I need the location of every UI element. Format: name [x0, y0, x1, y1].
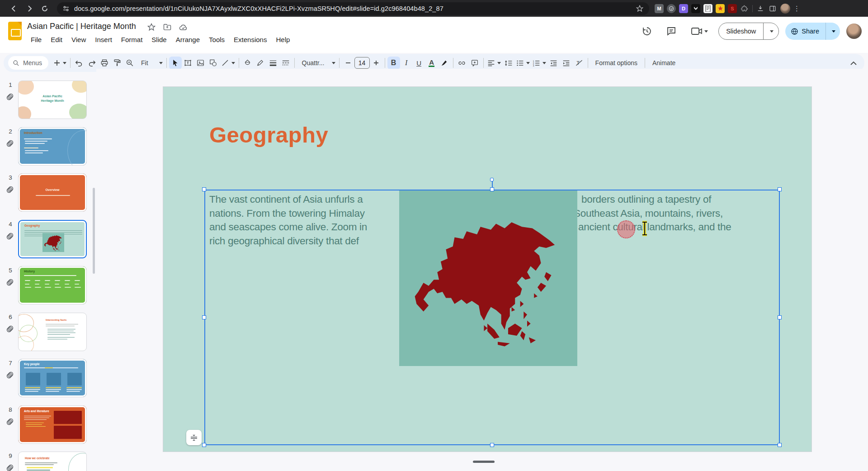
text-color-button[interactable]: A — [425, 57, 438, 69]
filmstrip-scrollbar[interactable] — [93, 188, 95, 274]
text-box-tool[interactable] — [182, 57, 194, 69]
slide-thumbnail-9[interactable]: How we celebrate — [18, 452, 87, 471]
menu-edit[interactable]: Edit — [47, 35, 66, 44]
ext-list-icon[interactable] — [703, 4, 712, 13]
handle-bottom-center[interactable] — [490, 443, 494, 447]
print-button[interactable] — [98, 57, 111, 69]
line-spacing-button[interactable] — [502, 57, 515, 69]
slideshow-button[interactable]: Slideshow — [718, 23, 779, 40]
handle-top-left[interactable] — [202, 187, 206, 191]
ext-dark-icon[interactable] — [691, 4, 700, 13]
slide-thumbnail-5[interactable]: History — [18, 266, 87, 304]
decrease-indent-button[interactable] — [547, 57, 560, 69]
reload-icon[interactable] — [37, 2, 52, 15]
border-weight-tool[interactable] — [267, 57, 279, 69]
extensions-puzzle-icon[interactable] — [740, 4, 749, 13]
underline-button[interactable]: U — [413, 57, 425, 69]
share-dropdown[interactable] — [826, 23, 840, 40]
menu-file[interactable]: File — [27, 35, 45, 44]
menu-view[interactable]: View — [68, 35, 90, 44]
undo-button[interactable] — [73, 57, 85, 69]
slideshow-dropdown[interactable] — [763, 23, 778, 39]
menu-insert[interactable]: Insert — [91, 35, 116, 44]
redo-button[interactable] — [85, 57, 98, 69]
bookmark-star-icon[interactable] — [636, 5, 644, 13]
menu-extensions[interactable]: Extensions — [230, 35, 270, 44]
account-avatar[interactable] — [846, 24, 862, 39]
side-panel-icon[interactable] — [768, 4, 777, 13]
slide-thumbnail-4[interactable]: Geography — [18, 220, 87, 258]
italic-button[interactable]: I — [400, 57, 413, 69]
hide-menus-button[interactable] — [847, 57, 860, 69]
bulleted-list-button[interactable] — [515, 57, 531, 69]
menu-tools[interactable]: Tools — [205, 35, 228, 44]
speaker-notes-resize-handle[interactable] — [473, 461, 495, 463]
menus-search[interactable]: Menus — [8, 56, 48, 70]
handle-mid-left[interactable] — [202, 315, 206, 319]
browser-menu-icon[interactable]: ⋮ — [793, 5, 801, 13]
body-line-right[interactable]: ancient cultural landmarks, and the — [578, 221, 731, 233]
border-dash-tool[interactable] — [279, 57, 292, 69]
menu-help[interactable]: Help — [272, 35, 293, 44]
font-size-increase[interactable] — [370, 57, 382, 69]
slides-logo[interactable] — [8, 22, 22, 40]
rotation-handle[interactable] — [490, 178, 494, 181]
menu-arrange[interactable]: Arrange — [172, 35, 203, 44]
border-color-tool[interactable] — [254, 57, 267, 69]
font-family-select[interactable]: Quattr... — [297, 57, 337, 69]
font-size-field[interactable]: 14 — [354, 57, 370, 69]
site-settings-icon[interactable] — [62, 5, 70, 12]
handle-top-right[interactable] — [778, 187, 782, 191]
insert-image-tool[interactable] — [194, 57, 207, 69]
comments-icon[interactable] — [662, 22, 680, 40]
move-folder-icon[interactable] — [163, 23, 172, 33]
body-line-left[interactable]: The vast continent of Asia unfurls a — [209, 194, 363, 205]
address-bar[interactable]: docs.google.com/presentation/d/1nCiUukoN… — [57, 2, 649, 15]
handle-bottom-right[interactable] — [778, 443, 782, 447]
version-history-icon[interactable] — [638, 22, 656, 40]
insert-link-button[interactable] — [456, 57, 468, 69]
bold-button[interactable]: B — [387, 57, 400, 69]
slide-title-text[interactable]: Geography — [209, 122, 328, 147]
handle-top-center[interactable] — [490, 187, 494, 191]
slide-thumbnail-8[interactable]: Arts and literature — [18, 405, 87, 444]
cloud-saved-icon[interactable] — [179, 23, 188, 34]
browser-avatar[interactable] — [780, 4, 790, 14]
body-line-left[interactable]: nations. From the towering Himalay — [209, 208, 365, 219]
share-label[interactable]: Share — [802, 28, 819, 35]
fill-color-tool[interactable] — [241, 57, 254, 69]
slide-thumbnail-1[interactable]: Asian PacificHeritage Month — [18, 81, 87, 119]
numbered-list-button[interactable]: 123 — [531, 57, 547, 69]
body-line-right[interactable]: borders outlining a tapestry of — [581, 194, 711, 205]
menu-slide[interactable]: Slide — [148, 35, 170, 44]
meet-icon[interactable] — [687, 22, 712, 40]
slide-canvas[interactable]: Geography The vast continent of Asia unf… — [163, 86, 812, 452]
autofit-indicator-button[interactable] — [186, 430, 202, 445]
share-button[interactable]: Share — [785, 23, 840, 40]
insert-line-tool[interactable] — [220, 57, 236, 69]
handle-mid-right[interactable] — [778, 315, 782, 319]
zoom-select[interactable]: Fit — [136, 57, 164, 69]
insert-plus-button[interactable] — [52, 57, 68, 69]
body-line-left[interactable]: and seascapes come alive. Zoom in — [209, 221, 367, 233]
format-options-button[interactable]: Format options — [590, 57, 642, 69]
font-size-decrease[interactable] — [342, 57, 354, 69]
select-tool[interactable] — [169, 57, 182, 69]
downloads-icon[interactable] — [756, 4, 765, 13]
body-line-left[interactable]: rich geographical diversity that def — [209, 235, 359, 247]
forward-icon[interactable] — [22, 2, 37, 15]
clear-formatting-button[interactable]: T — [573, 57, 585, 69]
insert-shape-tool[interactable] — [207, 57, 220, 69]
highlight-color-button[interactable] — [438, 57, 451, 69]
slide-thumbnail-2[interactable]: Introduction — [18, 127, 87, 166]
ext-circle-icon[interactable] — [667, 4, 676, 13]
ext-m-icon[interactable]: M — [655, 4, 664, 13]
slideshow-label[interactable]: Slideshow — [719, 23, 763, 39]
animate-button[interactable]: Animate — [647, 57, 680, 69]
zoom-button[interactable] — [123, 57, 136, 69]
slide-thumbnail-7[interactable]: Key people — [18, 359, 87, 397]
add-comment-button[interactable] — [468, 57, 481, 69]
increase-indent-button[interactable] — [560, 57, 573, 69]
ext-d-icon[interactable]: D — [679, 4, 688, 13]
star-document-icon[interactable] — [147, 23, 156, 33]
